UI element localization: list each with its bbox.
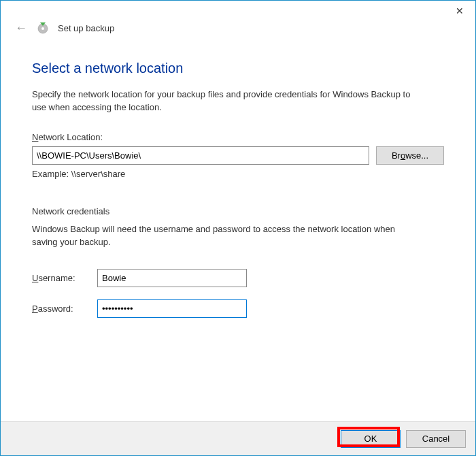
accesskey-p: P bbox=[32, 304, 38, 314]
header: ← Set up backup bbox=[1, 20, 475, 36]
network-location-label: Network Location: bbox=[32, 132, 444, 142]
example-text: Example: \\server\share bbox=[32, 169, 444, 179]
username-row: Username: bbox=[32, 269, 444, 287]
label-text: sername: bbox=[38, 273, 75, 283]
label-text: assword: bbox=[38, 304, 73, 314]
accesskey-n: N bbox=[32, 132, 38, 142]
backup-app-icon bbox=[36, 21, 50, 35]
username-input[interactable] bbox=[97, 269, 247, 287]
page-heading: Select a network location bbox=[32, 61, 444, 76]
close-button[interactable]: ✕ bbox=[444, 1, 475, 21]
ok-button[interactable]: OK bbox=[341, 430, 401, 448]
accesskey-u: U bbox=[32, 273, 38, 283]
browse-post: wse... bbox=[405, 150, 428, 161]
back-arrow-icon: ← bbox=[15, 21, 27, 35]
close-icon: ✕ bbox=[456, 5, 464, 16]
description-text: Specify the network location for your ba… bbox=[32, 88, 413, 114]
password-input[interactable] bbox=[97, 299, 247, 318]
browse-button[interactable]: Browse... bbox=[376, 146, 444, 165]
credentials-section-label: Network credentials bbox=[32, 206, 444, 216]
username-label: Username: bbox=[32, 273, 97, 283]
cancel-button[interactable]: Cancel bbox=[406, 430, 466, 448]
browse-pre: Br bbox=[392, 150, 401, 161]
network-location-row: Browse... bbox=[32, 146, 444, 165]
app-title: Set up backup bbox=[58, 23, 114, 33]
titlebar: ✕ bbox=[1, 1, 475, 21]
back-button: ← bbox=[13, 20, 29, 36]
password-label: Password: bbox=[32, 304, 97, 314]
content-area: Select a network location Specify the ne… bbox=[1, 36, 475, 421]
network-location-input[interactable] bbox=[32, 146, 369, 165]
dialog-footer: OK Cancel bbox=[1, 421, 475, 455]
svg-point-1 bbox=[41, 27, 44, 30]
password-row: Password: bbox=[32, 299, 444, 318]
label-text: etwork Location: bbox=[38, 132, 103, 142]
dialog-window: ✕ ← Set up backup Select a network locat… bbox=[0, 0, 476, 456]
credentials-description: Windows Backup will need the username an… bbox=[32, 223, 420, 249]
